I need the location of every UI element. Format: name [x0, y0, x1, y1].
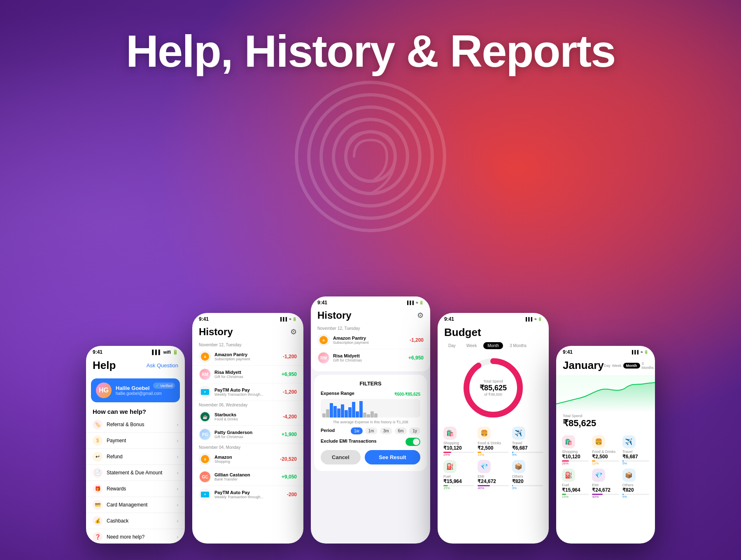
- status-bar-4: 9:41 ▌▌▌ ≈ 🔋: [438, 313, 549, 324]
- svg-point-3: [309, 95, 432, 218]
- signal-icon-3: ▌▌▌ ≈ 🔋: [407, 301, 424, 305]
- user-avatar: HG: [96, 383, 112, 398]
- total-spend-label: Total Spend: [556, 414, 655, 418]
- fuel-icon: ⛽: [443, 460, 457, 473]
- card-icon: 💳: [93, 500, 103, 510]
- txn-filter-risa[interactable]: RM Risa Midyett Gift for Christmas +6,95…: [311, 349, 430, 366]
- range-bar-11: [359, 401, 363, 418]
- help-title: Help: [93, 359, 116, 372]
- report-cat-others: 📦 Others ₹820 5%: [622, 469, 649, 499]
- travel-name: Travel: [512, 441, 522, 445]
- budget-categories: 🛍️ Shopping ₹10,120 25% 🍔 Food & Drinks …: [438, 423, 549, 493]
- phone-history-filter: 9:41 ▌▌▌ ≈ 🔋 History ⚙ November 12, Tues…: [311, 296, 430, 544]
- period-1m[interactable]: 1m: [365, 427, 377, 434]
- signal-icon-4: ▌▌▌ ≈ 🔋: [526, 317, 542, 321]
- help-item-rewards[interactable]: 🎁 Rewards ›: [86, 481, 185, 497]
- range-bar-3: [330, 403, 333, 418]
- verified-text: Verified: [160, 384, 172, 388]
- user-card: HG Hallie Goebel hallie.goebel@gmail.com…: [91, 378, 180, 402]
- txn-amazon-pantry-1[interactable]: a Amazon Pantry Subscription payment -1,…: [192, 348, 303, 366]
- need-help-label: Need more help?: [107, 534, 173, 540]
- help-item-cashback[interactable]: 💰 Cashback ›: [86, 513, 185, 529]
- txn-amazon-2[interactable]: a Amazon Shopping -20,520: [192, 450, 303, 468]
- help-item-referral[interactable]: 🏷️ Referral & Bonus ›: [86, 417, 185, 433]
- others-name: Others: [512, 474, 523, 478]
- budget-tab-month[interactable]: Month: [483, 342, 503, 349]
- budget-title: Budget: [444, 326, 481, 338]
- report-others-amount: ₹820: [622, 487, 649, 493]
- svg-point-2: [321, 107, 420, 206]
- food-icon: 🍔: [478, 427, 491, 440]
- help-item-statement[interactable]: 📄 Statement & Due Amount ›: [86, 465, 185, 481]
- txn-filter-amount-2: +6,950: [408, 355, 424, 361]
- cashback-label: Cashback: [107, 518, 173, 524]
- filter-icon-3[interactable]: ⚙: [417, 311, 424, 320]
- budget-cat-shopping: 🛍️ Shopping ₹10,120 25%: [443, 427, 474, 457]
- card-label: Card Management: [107, 502, 173, 508]
- txn-name-1: Amazon Pantry: [214, 352, 280, 357]
- txn-paytm-2[interactable]: P PayTM Auto Pay Weekly Transaction thro…: [192, 486, 303, 503]
- txn-patty[interactable]: PG Patty Granderson Gift for Christmas +…: [192, 426, 303, 443]
- reports-tab-3months[interactable]: 3 Months: [642, 362, 654, 370]
- exclude-emi-toggle[interactable]: [405, 438, 420, 446]
- wifi-icon-1: wifi: [163, 350, 171, 355]
- filter-amazon-icon: a: [317, 334, 330, 346]
- period-1w[interactable]: 1w: [351, 427, 363, 434]
- help-item-card[interactable]: 💳 Card Management ›: [86, 497, 185, 513]
- period-1y[interactable]: 1y: [409, 427, 420, 434]
- signal-icon-5: ▌▌▌ ≈ 🔋: [632, 350, 648, 354]
- status-icons-3: ▌▌▌ ≈ 🔋: [407, 301, 424, 305]
- txn-risa-1[interactable]: RM Risa Midyett Gift for Christmas +6,95…: [192, 366, 303, 383]
- txn-name-5: Patty Granderson: [214, 430, 278, 435]
- budget-tab-week[interactable]: Week: [462, 342, 481, 349]
- txn-gillian[interactable]: GC Gillian Castanon Bank Transfer +9,050: [192, 468, 303, 486]
- date-group-1: November 12, Tuesday: [192, 341, 303, 348]
- help-section-title: How can we help?: [86, 406, 185, 417]
- txn-filter-amazon[interactable]: a Amazon Pantry Subscription payment -1,…: [311, 331, 430, 349]
- txn-starbucks[interactable]: ☕ Starbucks Food & Drinks -4,200: [192, 408, 303, 426]
- range-bar-15: [374, 413, 377, 418]
- reports-title: January: [563, 359, 604, 372]
- help-item-need-help[interactable]: ❓ Need more help? ›: [86, 529, 185, 544]
- txn-info-1: Amazon Pantry Subscription payment: [214, 352, 280, 361]
- report-others-name: Others: [622, 483, 649, 487]
- emi-amount: ₹24,672: [478, 478, 496, 484]
- txn-amount-6: -20,520: [280, 456, 297, 462]
- referral-label: Referral & Bonus: [107, 422, 173, 427]
- budget-tab-day[interactable]: Day: [444, 342, 460, 349]
- ask-question-btn[interactable]: Ask Question: [147, 362, 178, 369]
- txn-filter-sub-2: Gift for Christmas: [333, 358, 405, 362]
- txn-paytm-1[interactable]: P PayTM Auto Pay Weekly Transaction thro…: [192, 383, 303, 401]
- travel-icon: ✈️: [512, 427, 525, 440]
- need-help-icon: ❓: [93, 532, 103, 542]
- fuel-name: Fuel: [443, 474, 451, 478]
- range-bar-8: [348, 407, 352, 418]
- report-shopping-name: Shopping: [562, 450, 589, 454]
- txn-amount-7: +9,050: [282, 474, 297, 480]
- travel-amount: ₹6,687: [512, 445, 528, 451]
- cancel-button[interactable]: Cancel: [321, 450, 361, 464]
- period-6m[interactable]: 6m: [395, 427, 407, 434]
- help-item-refund[interactable]: ↩ Refund ›: [86, 449, 185, 465]
- txn-amount-4: -4,200: [283, 414, 297, 420]
- see-result-button[interactable]: See Result: [365, 450, 420, 464]
- reports-tab-week[interactable]: Week: [612, 364, 622, 368]
- reports-tab-month[interactable]: Month: [623, 363, 640, 369]
- range-bar-10: [356, 411, 359, 418]
- status-bar-5: 9:41 ▌▌▌ ≈ 🔋: [556, 346, 655, 357]
- budget-tab-3months[interactable]: 3 Months: [506, 342, 531, 349]
- date-group-2: November 06, Wednesday: [192, 401, 303, 408]
- patty-avatar: PG: [199, 428, 211, 441]
- txn-sub-4: Food & Drinks: [214, 417, 280, 421]
- budget-cat-food: 🍔 Food & Drinks ₹2,500 12%: [478, 427, 508, 457]
- txn-filter-amount-1: -1,200: [410, 337, 424, 343]
- signal-icon-2: ▌▌▌ ≈ 🔋: [280, 317, 297, 321]
- report-food-pct: 12%: [592, 462, 619, 465]
- filter-icon-2[interactable]: ⚙: [290, 327, 297, 336]
- shopping-amount: ₹10,120: [443, 445, 462, 451]
- help-item-payment[interactable]: $ Payment ›: [86, 433, 185, 449]
- report-fuel-name: Fuel: [562, 483, 589, 487]
- period-3m[interactable]: 3m: [380, 427, 392, 434]
- donut-label: Total Spend: [480, 379, 507, 383]
- reports-tab-day[interactable]: Day: [604, 364, 611, 368]
